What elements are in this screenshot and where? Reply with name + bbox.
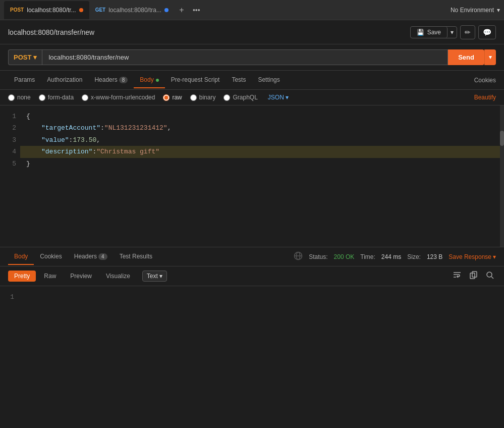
body-type-form-data-radio[interactable] [39, 94, 45, 101]
tab-url-get: localhost:8080/tra... [108, 7, 161, 14]
code-line-4: "description" : "Christmas gift" [20, 146, 504, 157]
code-line-1: { [26, 111, 498, 122]
svg-point-5 [487, 272, 492, 277]
colon-3: : [69, 134, 73, 146]
value-targetaccount: "NL131231231412" [104, 122, 167, 134]
tab-get[interactable]: GET localhost:8080/tra... [89, 1, 175, 19]
address-text: localhost:8080/transfer/new [8, 28, 94, 36]
format-type-label: Text [147, 273, 158, 280]
body-type-graphql-radio[interactable] [223, 94, 230, 101]
resp-tab-visualize[interactable]: Visualize [100, 271, 136, 282]
body-type-none-radio[interactable] [8, 94, 15, 101]
code-line-5: } [26, 158, 498, 170]
body-type-form-data[interactable]: form-data [39, 94, 74, 101]
edit-icon: ✏ [465, 28, 471, 36]
search-button[interactable] [484, 270, 496, 283]
code-editor[interactable]: 1 2 3 4 5 { "targetAccount" : "NL1312312… [0, 105, 504, 247]
body-type-urlencoded-radio[interactable] [82, 94, 88, 101]
env-label: No Environment [451, 7, 494, 14]
tab-more-button[interactable]: ••• [189, 6, 204, 14]
method-select[interactable]: POST ▾ [8, 49, 42, 65]
save-response-chevron-icon: ▾ [493, 253, 496, 260]
code-content[interactable]: { "targetAccount" : "NL131231231412" , "… [20, 105, 504, 247]
tab-pre-request[interactable]: Pre-request Script [165, 72, 226, 88]
response-line-num-1: 1 [0, 291, 20, 303]
send-button[interactable]: Send [448, 49, 484, 65]
status-area: Status: 200 OK Time: 244 ms Size: 123 B … [294, 251, 496, 262]
value-description: "Christmas gift" [96, 146, 159, 157]
tab-settings[interactable]: Settings [252, 72, 286, 88]
body-type-raw-radio[interactable] [163, 94, 170, 101]
code-line-2: "targetAccount" : "NL131231231412" , [26, 122, 498, 134]
scrollbar-thumb[interactable] [500, 131, 504, 146]
method-chevron-icon: ▾ [33, 54, 37, 61]
body-type-binary-radio[interactable] [190, 94, 197, 101]
tab-dot-post [79, 8, 83, 12]
comment-button[interactable]: 💬 [478, 25, 496, 39]
response-tab-test-results[interactable]: Test Results [114, 249, 158, 265]
resp-tab-preview[interactable]: Preview [64, 271, 98, 282]
response-tab-body[interactable]: Body [8, 249, 34, 265]
tab-add-button[interactable]: + [175, 3, 189, 17]
brace-open: { [26, 111, 30, 122]
edit-button[interactable]: ✏ [460, 25, 475, 39]
scrollbar[interactable] [500, 105, 504, 247]
save-button[interactable]: 💾 Save [411, 27, 447, 38]
line-num-2: 2 [4, 122, 16, 134]
copy-button[interactable] [468, 270, 480, 283]
line-num-1: 1 [4, 111, 16, 122]
body-types: none form-data x-www-form-urlencoded raw… [0, 90, 504, 105]
send-dropdown-button[interactable]: ▾ [484, 49, 496, 65]
beautify-button[interactable]: Beautify [474, 94, 496, 101]
tab-authorization[interactable]: Authorization [41, 72, 88, 88]
tab-bar: POST localhost:8080/tr... GET localhost:… [0, 0, 504, 20]
response-body-tabs: Pretty Raw Preview Visualize Text ▾ [0, 266, 504, 286]
time-label: Time: [360, 253, 375, 260]
time-value: 244 ms [381, 253, 401, 260]
save-label: Save [427, 29, 441, 36]
body-type-graphql[interactable]: GraphQL [223, 94, 257, 101]
response-section: Body Cookies Headers4 Test Results Statu… [0, 247, 504, 372]
comma-3: , [96, 134, 100, 146]
cookies-link[interactable]: Cookies [474, 77, 496, 84]
tab-body[interactable]: Body [134, 72, 164, 88]
chevron-down-icon: ▾ [497, 7, 500, 14]
address-actions: 💾 Save ▾ ✏ 💬 [410, 25, 496, 39]
headers-badge: 8 [119, 77, 128, 83]
response-code[interactable]: 1 [0, 286, 504, 372]
brace-close: } [26, 158, 30, 170]
body-type-none[interactable]: none [8, 94, 31, 101]
key-description: "description" [41, 146, 92, 157]
tab-post[interactable]: POST localhost:8080/tr... [4, 1, 89, 19]
colon-4: : [92, 146, 96, 157]
tab-url-post: localhost:8080/tr... [27, 7, 76, 14]
send-chevron-icon: ▾ [489, 54, 492, 61]
line-num-5: 5 [4, 158, 16, 170]
body-type-graphql-label: GraphQL [233, 94, 257, 101]
body-type-raw[interactable]: raw [163, 94, 182, 101]
url-input[interactable] [42, 49, 448, 65]
save-response-button[interactable]: Save Response ▾ [449, 253, 496, 260]
save-dropdown-button[interactable]: ▾ [447, 27, 457, 38]
comma-2: , [167, 122, 172, 134]
body-type-binary[interactable]: binary [190, 94, 216, 101]
resp-tab-raw[interactable]: Raw [38, 271, 62, 282]
tab-tests[interactable]: Tests [226, 72, 252, 88]
response-tab-cookies[interactable]: Cookies [34, 249, 68, 265]
format-type-select[interactable]: Text ▾ [142, 271, 167, 282]
body-type-raw-label: raw [172, 94, 182, 101]
body-type-urlencoded[interactable]: x-www-form-urlencoded [82, 94, 155, 101]
tab-headers[interactable]: Headers8 [88, 72, 134, 88]
tab-method-get: GET [95, 7, 106, 13]
body-type-none-label: none [17, 94, 31, 101]
resp-tab-pretty[interactable]: Pretty [8, 271, 36, 282]
response-tab-headers[interactable]: Headers4 [68, 249, 114, 265]
tab-params[interactable]: Params [8, 72, 41, 88]
tab-body-label: Body [140, 76, 153, 83]
environment-selector[interactable]: No Environment ▾ [451, 7, 500, 14]
json-format-select[interactable]: JSON ▾ [268, 94, 289, 101]
method-label: POST [14, 54, 31, 61]
wrap-text-button[interactable] [451, 270, 464, 283]
body-type-form-data-label: form-data [48, 94, 74, 101]
response-tabs: Body Cookies Headers4 Test Results Statu… [0, 247, 504, 266]
